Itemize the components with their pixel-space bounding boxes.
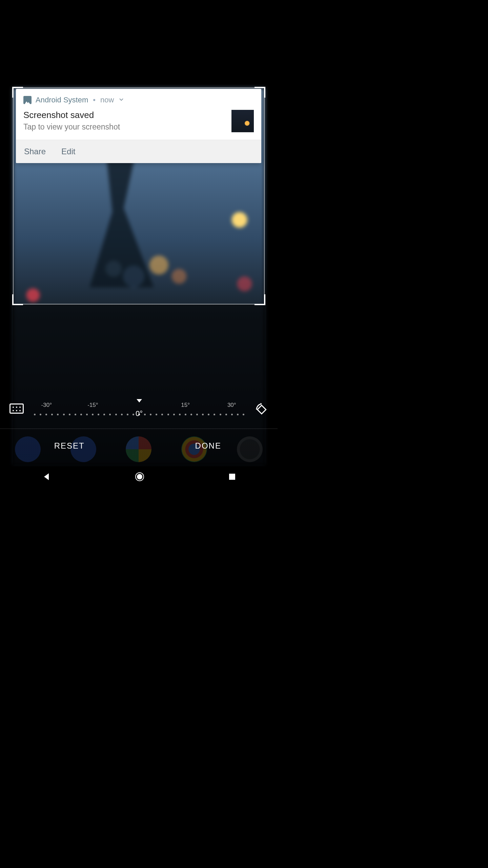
rotate-90-button[interactable] [255, 402, 268, 415]
dial-pointer-icon [137, 398, 142, 404]
chevron-down-icon[interactable] [118, 96, 125, 104]
notification-time: now [100, 96, 114, 104]
svg-point-5 [137, 474, 142, 479]
dial-label: 30° [227, 402, 236, 409]
dial-label: 15° [181, 402, 190, 409]
nav-back-button[interactable] [42, 472, 51, 482]
svg-marker-0 [25, 101, 30, 104]
image-icon [23, 96, 32, 104]
notification-app-name: Android System [36, 96, 88, 104]
notification-subtitle: Tap to view your screenshot [23, 122, 120, 132]
svg-marker-1 [137, 399, 142, 402]
notification-header[interactable]: Android System • now [16, 89, 261, 106]
dial-label: -30° [41, 402, 52, 409]
android-nav-bar [0, 467, 278, 488]
rotation-dial[interactable]: -30° -15° 15° 30° 0° [34, 402, 244, 415]
dial-current-value: 0° [136, 409, 143, 418]
notification-title: Screenshot saved [23, 110, 120, 120]
notification-body[interactable]: Screenshot saved Tap to view your screen… [16, 106, 261, 140]
reset-button[interactable]: RESET [0, 429, 139, 462]
dial-label: -15° [87, 402, 98, 409]
edit-button[interactable]: Edit [61, 147, 75, 156]
done-button[interactable]: DONE [139, 429, 278, 462]
svg-marker-3 [44, 473, 49, 480]
svg-rect-6 [229, 474, 235, 480]
nav-recent-button[interactable] [228, 473, 236, 482]
nav-home-button[interactable] [135, 472, 145, 483]
screenshot-thumbnail [231, 110, 254, 132]
separator-dot: • [93, 96, 96, 104]
svg-rect-2 [257, 405, 266, 414]
screenshot-notification[interactable]: Android System • now Screenshot saved Ta… [16, 89, 261, 163]
share-button[interactable]: Share [24, 147, 46, 156]
aspect-ratio-button[interactable] [9, 403, 24, 414]
